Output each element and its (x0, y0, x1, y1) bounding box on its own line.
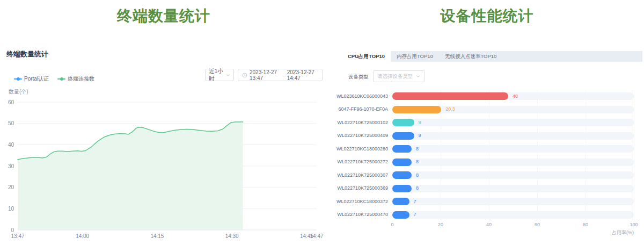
x-tick-label: 40 (478, 222, 500, 227)
bar-track (392, 158, 634, 166)
bar (392, 185, 412, 192)
bar (392, 198, 409, 205)
bar (392, 171, 412, 179)
x-tick-label: 13:47 (11, 233, 24, 239)
dashboard: 终端数量统计 终端数量统计 近1小时 2023-12-27 13:47 - 20… (0, 0, 644, 245)
x-axis-title: 占用率(%) (392, 229, 634, 236)
y-tick-label: 60 (8, 99, 14, 105)
time-range-value: 近1小时 (209, 68, 226, 83)
bar-value-label: 9 (419, 133, 421, 138)
legend-marker-icon (14, 77, 22, 81)
date-range-separator: - (283, 72, 285, 78)
legend-label: Portal认证 (24, 75, 49, 83)
bar (392, 92, 508, 100)
chart-legend: Portal认证终端连接数 (14, 75, 94, 83)
bar (392, 145, 412, 153)
bar-value-label: 7 (414, 212, 416, 217)
device-name-label: WL022710K725000409 (330, 133, 388, 138)
x-tick-label: 14:15 (150, 233, 164, 239)
bar-value-label: 8 (416, 159, 419, 164)
x-tick-label: 60 (526, 222, 548, 227)
bar (392, 106, 441, 113)
legend-marker-icon (57, 77, 65, 81)
bar-track (392, 198, 634, 205)
x-tick-label: 14:00 (76, 233, 89, 239)
y-tick-label: 50 (8, 120, 14, 126)
time-range-select[interactable]: 近1小时 (205, 69, 234, 81)
x-tick-label: 100 (623, 222, 644, 227)
date-range-start[interactable]: 2023-12-27 13:47 (250, 69, 281, 81)
device-name-label: WL022710KC18000372 (330, 199, 388, 204)
bar-value-label: 8 (416, 172, 419, 178)
x-tick-label: 14:30 (225, 233, 239, 239)
device-name-label: WL022710K725000272 (330, 159, 388, 164)
legend-item-terminal-connections[interactable]: 终端连接数 (57, 75, 94, 83)
bar-track (392, 106, 634, 113)
y-tick-label: 30 (8, 163, 14, 169)
bar-value-label: 9 (419, 120, 421, 125)
bar-track (392, 145, 634, 153)
x-tick-label: 0 (382, 222, 403, 227)
bar (392, 132, 414, 140)
y-tick-label: 40 (8, 142, 14, 148)
y-axis-title: 数量(个) (8, 89, 28, 95)
series-area (18, 122, 243, 230)
clock-icon (242, 73, 247, 78)
legend-item-portal-auth[interactable]: Portal认证 (14, 75, 49, 83)
legend-label: 终端连接数 (68, 75, 94, 83)
x-tick-label: 20 (430, 222, 451, 227)
device-name-label: WL022710KC18000280 (330, 146, 388, 152)
y-tick-label: 0 (11, 227, 14, 233)
bar (392, 119, 414, 126)
bar-value-label: 7 (414, 199, 416, 204)
date-range-end[interactable]: 2023-12-27 14:47 (287, 69, 318, 81)
bar-track (392, 119, 634, 126)
terminal-count-card-header: 终端数量统计 (6, 49, 48, 59)
bar-value-label: 8 (416, 185, 419, 191)
terminal-count-panel: 终端数量统计 终端数量统计 近1小时 2023-12-27 13:47 - 20… (0, 0, 327, 245)
device-performance-panel: 设备性能统计 CPU占用TOP10内存占用TOP10无线接入点速率TOP10 设… (330, 0, 644, 245)
x-tick-label: 80 (575, 222, 596, 227)
device-name-label: WL023610KC06000043 (330, 93, 388, 99)
y-tick-label: 20 (8, 184, 14, 190)
device-name-label: WL022710K725000470 (330, 212, 388, 217)
left-page-title: 终端数量统计 (0, 6, 327, 26)
bar-value-label: 48 (513, 93, 518, 99)
bar (392, 211, 409, 219)
bar-track (392, 171, 634, 179)
bar-value-label: 20.3 (445, 106, 455, 112)
terminal-count-chart: 0102030405060数量(个)13:4714:0014:1514:3014… (0, 86, 327, 245)
y-tick-label: 10 (8, 206, 14, 212)
gridline (634, 90, 634, 220)
bar-track (392, 185, 634, 192)
bar-track (392, 211, 634, 219)
date-range-picker[interactable]: 2023-12-27 13:47 - 2023-12-27 14:47 (238, 69, 323, 81)
x-tick-label: 14:47 (310, 233, 323, 239)
cpu-top10-chart: WL023610KC06000043486047-FF96-1070-EF0A2… (330, 0, 644, 245)
device-name-label: WL022710K725000369 (330, 185, 388, 191)
device-name-label: WL022710K725000102 (330, 120, 388, 125)
bar (392, 158, 412, 166)
bar-track (392, 132, 634, 140)
device-name-label: 6047-FF96-1070-EF0A (330, 106, 388, 112)
device-name-label: WL022710K725000307 (330, 172, 388, 178)
chevron-down-icon (226, 73, 230, 77)
bar-value-label: 8 (416, 146, 419, 152)
